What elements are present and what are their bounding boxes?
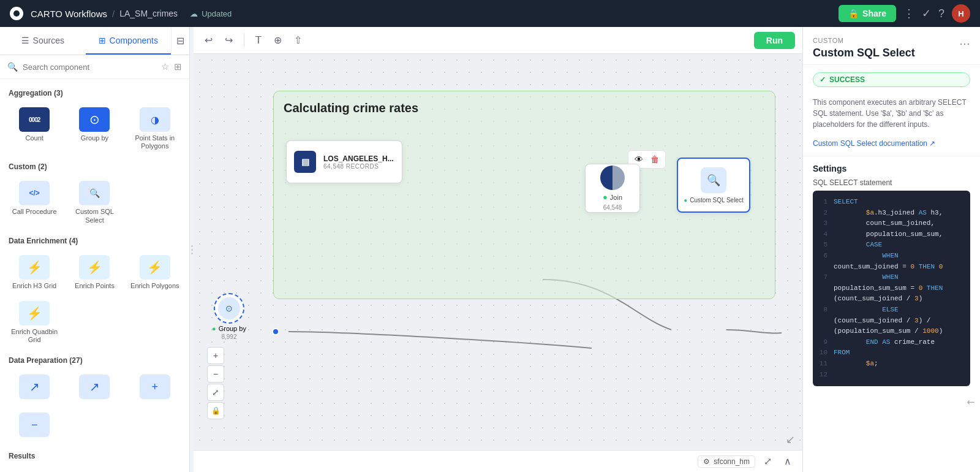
share-button[interactable]: 🔒 Share [839,5,896,22]
add-timer-button[interactable]: ⊕ [270,32,285,48]
sql-line-7: 7 WHEN population_sum_sum = 0 THEN (coun… [819,272,964,305]
data-prep-2-icon: ↗ [79,375,110,399]
node-join[interactable]: ● Join 64,548 [585,164,640,213]
zoom-in-button[interactable]: + [207,347,224,364]
canvas-content[interactable]: Calculating crime rates ▤ LOS_ANGELES_H.… [194,54,802,450]
tab-components[interactable]: ⊞ Components [86,27,172,55]
component-group-by[interactable]: ⊙ Group by [65,102,124,155]
grid-view-button[interactable]: ⊞ [174,61,182,72]
favorites-filter-button[interactable]: ☆ [161,61,169,72]
group-by-circle[interactable]: ⊙ [214,293,244,324]
main-layout: ☰ Sources ⊞ Components ⊟ 🔍 ☆ ⊞ Aggregati… [0,27,980,472]
resize-arrow[interactable]: ↙ [786,433,795,446]
component-enrich-quadbin[interactable]: ⚡ Enrich Quadbin Grid [5,296,64,349]
export-button[interactable]: ⇧ [290,32,306,48]
component-point-stats[interactable]: ◑ Point Stats in Polygons [126,102,184,155]
custom-sql-select-icon: 🔍 [79,181,110,205]
docs-link-anchor[interactable]: Custom SQL Select documentation ↗ [813,139,935,148]
sql-line-4: 4 population_sum_sum, [819,229,964,240]
component-data-prep-1[interactable]: ↗ [5,370,64,406]
run-button[interactable]: Run [754,32,795,49]
sources-tab-label: Sources [33,36,64,45]
count-icon: 0002 [19,107,50,132]
right-panel-header: CUSTOM Custom SQL Select ⋯ [803,27,980,65]
status-icon-button[interactable]: ✓ [922,7,931,20]
right-custom-label: CUSTOM [813,37,915,44]
collapse-canvas-button[interactable]: ∧ [780,453,795,470]
connection-icon: ⚙ [703,457,710,466]
sql-line-12: 12 [819,370,964,381]
source-node-title: LOS_ANGELES_H... [323,154,394,163]
sql-editor[interactable]: 1 SELECT 2 $a.h3_joined AS h3, 3 count_s… [813,191,970,386]
call-procedure-icon: </> [19,181,50,205]
node-source[interactable]: ▤ LOS_ANGELES_H... 64,548 RECORDS [286,140,402,183]
custom-grid: </> Call Procedure 🔍 Custom SQL Select [0,173,189,231]
status-check-icon: ✓ [820,75,826,84]
connector-dot-left [272,328,279,335]
join-status-icon: ● [603,192,608,202]
node-custom-sql[interactable]: 🔍 ● Custom SQL Select [677,158,750,213]
join-delete-button[interactable]: 🗑 [648,153,662,166]
left-tabs: ☰ Sources ⊞ Components ⊟ [0,27,189,55]
updated-status: ☁ Updated [190,9,232,18]
group-by-count: 8,992 [221,333,236,340]
redo-button[interactable]: ↪ [221,32,236,48]
custom-sql-node-icon: 🔍 [701,167,726,193]
app-title: CARTO Workflows / LA_SM_crimes [31,9,178,19]
group-label: Calculating crime rates [284,101,765,115]
cloud-icon: ☁ [190,9,198,18]
join-status-label: ● Join [603,192,622,202]
top-navbar: CARTO Workflows / LA_SM_crimes ☁ Updated… [0,0,980,27]
lock-canvas-button[interactable]: 🔒 [207,402,224,419]
component-enrich-polygons[interactable]: ⚡ Enrich Polygons [126,250,184,295]
tab-sources[interactable]: ☰ Sources [0,27,86,55]
count-label: Count [25,134,43,142]
component-custom-sql[interactable]: 🔍 Custom SQL Select [65,176,124,229]
connection-badge[interactable]: ⚙ sfconn_hm [698,455,755,468]
search-bar: 🔍 ☆ ⊞ [0,55,189,79]
component-data-prep-2[interactable]: ↗ [65,370,124,406]
text-button[interactable]: 𝖳 [252,32,265,48]
components-icon: ⊞ [99,36,106,45]
status-badge: ✓ SUCCESS [813,72,970,87]
component-enrich-h3[interactable]: ⚡ Enrich H3 Grid [5,250,64,295]
resize-dots [191,245,193,254]
enrich-points-label: Enrich Points [75,282,115,290]
settings-section: Settings SQL SELECT statement 1 SELECT 2… [803,156,980,394]
search-input[interactable] [23,63,156,72]
custom-sql-status-label: ● Custom SQL Select [684,197,744,204]
component-call-procedure[interactable]: </> Call Procedure [5,176,64,229]
canvas-controls: + − ⤢ 🔒 [207,347,224,419]
expand-canvas-button[interactable]: ⤢ [760,453,775,470]
sql-line-3: 3 count_sum_joined, [819,218,964,229]
connection-label: sfconn_hm [714,457,750,466]
bottom-right: ⚙ sfconn_hm ⤢ ∧ [698,453,795,470]
resize-diagonal-icon[interactable]: ↙ [964,395,978,409]
sql-line-6: 6 WHEN count_sum_joined = 0 THEN 0 [819,251,964,272]
group-by-status-dot: ● [212,325,216,332]
component-data-prep-3[interactable]: + [126,370,184,406]
node-group-by[interactable]: ⊙ ● Group by 8,992 [212,293,246,340]
right-panel-description: This component executes an arbitrary SEL… [803,92,980,135]
components-tab-label: Components [110,36,158,45]
user-avatar[interactable]: H [952,4,970,23]
help-button[interactable]: ? [938,7,944,20]
search-icon: 🔍 [7,62,18,72]
zoom-out-button[interactable]: − [207,365,224,383]
group-by-status-row: ● Group by [212,325,246,332]
sql-line-9: 9 END AS crime_rate [819,337,964,348]
workflow-group: Calculating crime rates ▤ LOS_ANGELES_H.… [273,91,775,299]
component-data-prep-4[interactable]: − [5,408,64,444]
canvas-toolbar: ↩ ↪ 𝖳 ⊕ ⇧ Run [194,27,802,54]
more-options-button[interactable]: ⋮ [903,7,914,20]
enrich-polygons-label: Enrich Polygons [130,282,179,290]
enrich-points-icon: ⚡ [79,255,110,280]
fit-view-button[interactable]: ⤢ [207,384,224,401]
component-enrich-points[interactable]: ⚡ Enrich Points [65,250,124,295]
right-panel-docs-link[interactable]: Custom SQL Select documentation ↗ [803,135,980,156]
right-panel-more-button[interactable]: ⋯ [959,37,970,50]
canvas-area: ↩ ↪ 𝖳 ⊕ ⇧ Run Ca [194,27,802,472]
toggle-view-button[interactable]: ⊟ [171,27,189,55]
component-count[interactable]: 0002 Count [5,102,64,155]
undo-button[interactable]: ↩ [201,32,216,48]
